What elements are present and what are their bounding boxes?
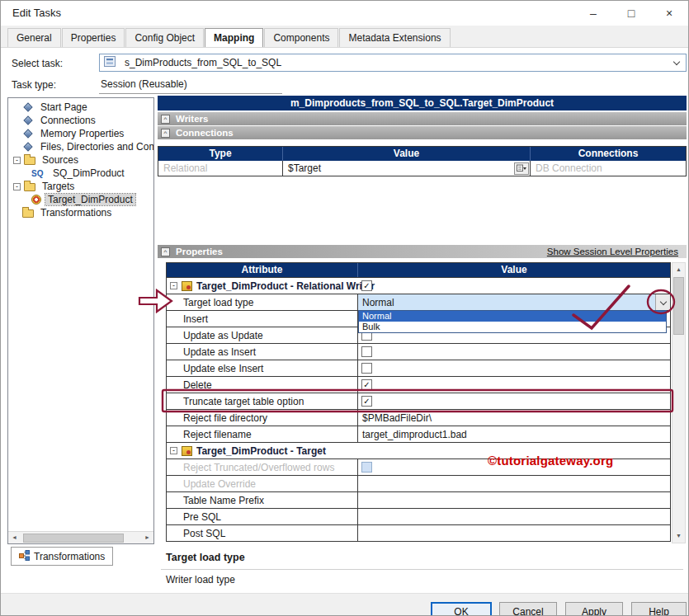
target-icon bbox=[31, 195, 41, 205]
collapse-properties-icon[interactable]: ^ bbox=[161, 247, 170, 256]
tree-item-sources[interactable]: -Sources bbox=[8, 153, 153, 167]
show-session-level-properties-link[interactable]: Show Session Level Properties bbox=[547, 247, 678, 256]
description-text: Writer load type bbox=[166, 574, 235, 585]
files-directories-icon bbox=[23, 142, 32, 151]
memory-properties-icon bbox=[23, 129, 32, 138]
load-type-dropdown-list: NormalBulk bbox=[358, 310, 667, 333]
minimize-button[interactable]: – bbox=[574, 1, 612, 26]
scrollbar-thumb[interactable] bbox=[673, 277, 684, 335]
tree-item-start-page[interactable]: Start Page bbox=[8, 101, 153, 114]
apply-button[interactable]: Apply bbox=[565, 602, 623, 616]
value-picker-button[interactable] bbox=[514, 162, 529, 175]
target-writer-icon bbox=[182, 281, 192, 291]
close-button[interactable]: × bbox=[650, 1, 688, 26]
task-type-label: Task type: bbox=[12, 79, 56, 91]
property-group-target-dimproduct-relational-writer[interactable]: -Target_DimProduct - Relational Writer✓ bbox=[167, 277, 670, 294]
dropdown-option-normal[interactable]: Normal bbox=[359, 311, 666, 322]
tree-item-label: Start Page bbox=[38, 101, 90, 113]
cancel-button[interactable]: Cancel bbox=[499, 602, 557, 616]
value-cell: ✓ bbox=[358, 393, 670, 409]
tab-general[interactable]: General bbox=[7, 28, 61, 47]
properties-vertical-scrollbar[interactable]: ▲ ▼ bbox=[672, 262, 686, 543]
tab-config-object[interactable]: Config Object bbox=[125, 28, 204, 47]
edit-tasks-dialog: Edit Tasks – □ × GeneralPropertiesConfig… bbox=[0, 0, 689, 616]
writers-section-bar: ^ Writers bbox=[158, 112, 687, 125]
tree-item-label: Connections bbox=[38, 115, 98, 126]
connection-value-text: $Target bbox=[288, 162, 321, 174]
tree-item-label: Targets bbox=[40, 181, 77, 192]
collapse-connections-icon[interactable]: ^ bbox=[161, 129, 170, 138]
tree-item-memory-properties[interactable]: Memory Properties bbox=[8, 127, 153, 140]
attribute-label: Reject filename bbox=[167, 426, 358, 442]
load-type-combobox[interactable]: Normal bbox=[358, 294, 670, 310]
tree-horizontal-scrollbar[interactable]: ◄ ► bbox=[8, 531, 153, 543]
property-description-panel: Target load type Writer load type bbox=[158, 545, 687, 591]
collapse-icon[interactable]: - bbox=[170, 282, 177, 289]
chevron-down-icon[interactable] bbox=[655, 294, 670, 310]
tab-components[interactable]: Components bbox=[264, 28, 338, 47]
checkbox-checked[interactable]: ✓ bbox=[361, 396, 372, 407]
checkbox-disabled bbox=[361, 462, 372, 473]
tree-item-target-dimproduct[interactable]: Target_DimProduct bbox=[8, 193, 153, 206]
dialog-footer: OKCancelApplyHelp bbox=[1, 593, 688, 616]
scroll-left-icon[interactable]: ◄ bbox=[8, 532, 21, 543]
scroll-down-icon[interactable]: ▼ bbox=[672, 529, 685, 543]
connections-icon bbox=[23, 115, 32, 125]
connection-value-cell: $Target bbox=[282, 161, 530, 176]
value-cell: $PMBadFileDir\ bbox=[358, 410, 670, 426]
expander-icon[interactable]: - bbox=[13, 183, 21, 190]
attribute-label: Reject file directory bbox=[167, 410, 358, 426]
task-tree-panel: Start PageConnectionsMemory PropertiesFi… bbox=[7, 97, 154, 544]
checkbox-unchecked[interactable] bbox=[361, 346, 372, 357]
tab-metadata-extensions[interactable]: Metadata Extensions bbox=[339, 28, 450, 47]
help-button[interactable]: Help bbox=[631, 602, 687, 616]
db-connection-cell: DB Connection bbox=[530, 161, 686, 176]
window-title: Edit Tasks bbox=[12, 1, 61, 26]
watermark-text: ©tutorialgateway.org bbox=[488, 454, 613, 468]
titlebar[interactable]: Edit Tasks – □ × bbox=[1, 1, 688, 26]
tree-item-files-directories-and-com[interactable]: Files, Directories and Com bbox=[8, 140, 153, 153]
folder-icon bbox=[24, 157, 35, 165]
checkbox-unchecked[interactable] bbox=[361, 363, 372, 374]
tab-properties[interactable]: Properties bbox=[62, 28, 125, 47]
tree-item-transformations[interactable]: Transformations bbox=[8, 206, 153, 219]
properties-table-header: Attribute Value bbox=[167, 263, 670, 277]
tree-item-label: Files, Directories and Com bbox=[38, 141, 154, 153]
description-divider bbox=[161, 569, 683, 570]
scroll-up-icon[interactable]: ▲ bbox=[672, 263, 685, 276]
value-cell: Normal bbox=[358, 294, 670, 310]
attribute-label: Pre SQL bbox=[167, 509, 358, 524]
tree-item-sq-dimproduct[interactable]: SQSQ_DimProduct bbox=[8, 167, 153, 180]
tree-item-connections[interactable]: Connections bbox=[8, 114, 153, 127]
value-cell: target_dimproduct1.bad bbox=[358, 426, 670, 442]
property-row-table-name-prefix: Table Name Prefix bbox=[167, 491, 670, 508]
scrollbar-thumb[interactable] bbox=[23, 534, 124, 543]
property-row-delete: Delete✓ bbox=[167, 376, 670, 393]
collapse-icon[interactable]: - bbox=[170, 447, 177, 454]
value-cell: ✓ bbox=[358, 377, 670, 393]
tab-mapping[interactable]: Mapping bbox=[205, 28, 263, 47]
dropdown-option-bulk[interactable]: Bulk bbox=[359, 322, 666, 332]
tree-items: Start PageConnectionsMemory PropertiesFi… bbox=[8, 98, 153, 219]
select-task-combobox[interactable]: s_DimProducts_from_SQL_to_SQL bbox=[99, 54, 687, 72]
chevron-down-icon[interactable] bbox=[673, 58, 680, 64]
tree-tab-strip: Transformations bbox=[7, 546, 154, 567]
attribute-label: Table Name Prefix bbox=[167, 492, 358, 508]
tree-item-label: Memory Properties bbox=[38, 128, 126, 139]
description-title: Target load type bbox=[166, 552, 245, 563]
column-header-type: Type bbox=[158, 147, 282, 161]
expander-icon[interactable]: - bbox=[13, 157, 21, 164]
tree-item-label: Sources bbox=[40, 154, 81, 166]
ok-button[interactable]: OK bbox=[431, 602, 492, 616]
attribute-label: Post SQL bbox=[167, 525, 358, 541]
checkbox-checked[interactable]: ✓ bbox=[361, 280, 372, 291]
scroll-right-icon[interactable]: ► bbox=[141, 532, 153, 543]
tab-transformations[interactable]: Transformations bbox=[11, 547, 113, 566]
connections-table: Type Value Connections Relational $Targe… bbox=[158, 146, 687, 176]
checkbox-checked[interactable]: ✓ bbox=[361, 379, 372, 390]
attribute-label: Delete bbox=[167, 377, 358, 393]
session-icon bbox=[104, 56, 116, 69]
collapse-writers-icon[interactable]: ^ bbox=[161, 115, 170, 124]
maximize-button[interactable]: □ bbox=[612, 1, 650, 26]
tree-item-targets[interactable]: -Targets bbox=[8, 180, 153, 193]
